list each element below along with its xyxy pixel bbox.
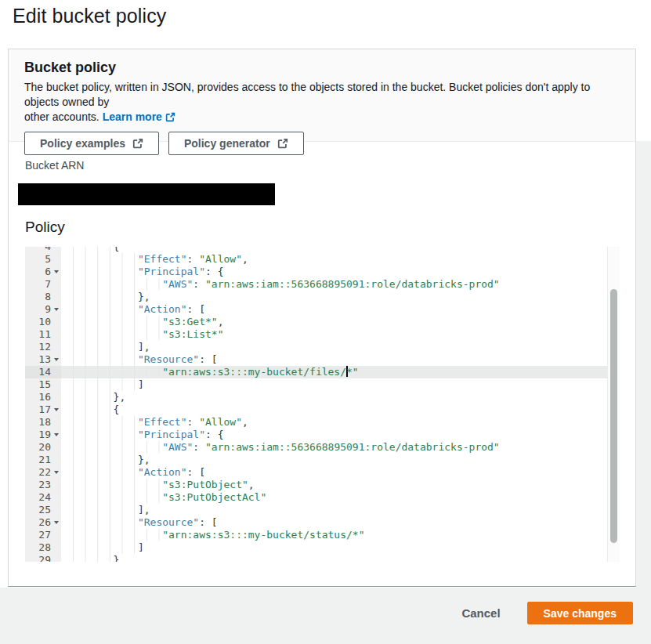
json-key: "AWS" [162, 441, 193, 453]
json-punctuation: : { [205, 266, 223, 277]
code-line-10[interactable]: 10"s3:Get*", [25, 316, 620, 328]
json-punctuation: ] [138, 541, 144, 553]
fold-arrow-icon[interactable] [54, 408, 59, 411]
code-line-6[interactable]: 6"Principal": { [25, 266, 620, 278]
line-number: 27 [25, 529, 61, 541]
code-line-11[interactable]: 11"s3:List*" [25, 328, 620, 341]
json-punctuation: { [114, 247, 120, 252]
json-key: "Effect" [138, 253, 187, 265]
code-line-21[interactable]: 21}, [25, 454, 620, 466]
json-string: *" [346, 366, 359, 378]
panel-description: The bucket policy, written in JSON, prov… [24, 80, 620, 125]
json-string: "s3:List*" [162, 328, 223, 340]
code-line-25[interactable]: 25], [25, 504, 620, 516]
indent-guides [64, 266, 138, 278]
json-punctuation: , [248, 479, 255, 490]
json-string: "arn:aws:s3:::my-bucket/status/*" [162, 529, 364, 541]
line-number[interactable]: 26 [25, 516, 61, 529]
line-number[interactable]: 6 [25, 266, 61, 278]
fold-arrow-icon[interactable] [54, 358, 59, 361]
external-link-icon [132, 138, 143, 149]
json-punctuation: ] [138, 378, 144, 390]
code-line-18[interactable]: 18"Effect": "Allow", [25, 416, 620, 429]
json-punctuation: : [187, 253, 200, 265]
code-line-20[interactable]: 20"AWS": "arn:aws:iam::563668895091:role… [25, 441, 620, 454]
json-string: "Allow" [199, 416, 242, 428]
code-line-28[interactable]: 28] [25, 541, 620, 554]
code-line-17[interactable]: 17{ [25, 403, 620, 416]
indent-guides [64, 291, 138, 303]
json-punctuation: : [ [187, 303, 205, 315]
policy-label: Policy [25, 219, 65, 236]
policy-code-editor[interactable]: 4{5"Effect": "Allow",6"Principal": {7"AW… [25, 247, 620, 562]
indent-guides [64, 429, 138, 441]
fold-arrow-icon[interactable] [54, 270, 59, 273]
bucket-arn-label: Bucket ARN [25, 159, 84, 172]
line-number[interactable]: 19 [25, 429, 61, 441]
json-key: "Principal" [138, 429, 205, 440]
code-line-26[interactable]: 26"Resource": [ [25, 516, 620, 529]
json-punctuation: : [193, 441, 205, 453]
learn-more-link[interactable]: Learn more [103, 110, 175, 125]
line-number[interactable]: 22 [25, 466, 61, 479]
editor-scrollbar-thumb[interactable] [610, 289, 617, 543]
json-punctuation: { [114, 403, 120, 415]
code-line-24[interactable]: 24"s3:PutObjectAcl" [25, 491, 620, 504]
line-number: 18 [25, 416, 61, 429]
json-key: "AWS" [162, 278, 193, 290]
indent-guides [64, 303, 138, 316]
code-line-23[interactable]: 23"s3:PutObject", [25, 479, 620, 491]
line-number: 14 [25, 366, 61, 378]
code-line-27[interactable]: 27"arn:aws:s3:::my-bucket/status/*" [25, 529, 620, 541]
line-number[interactable]: 13 [25, 353, 61, 366]
cancel-button[interactable]: Cancel [458, 602, 503, 624]
json-key: "Effect" [138, 416, 187, 428]
code-line-9[interactable]: 9"Action": [ [25, 303, 620, 316]
indent-guides [64, 441, 162, 454]
save-changes-button[interactable]: Save changes [527, 602, 633, 624]
policy-examples-label: Policy examples [40, 137, 125, 150]
json-key: "Resource" [138, 353, 199, 365]
code-line-16[interactable]: 16}, [25, 391, 620, 403]
code-line-5[interactable]: 5"Effect": "Allow", [25, 253, 620, 266]
indent-guides [64, 504, 138, 516]
policy-generator-button[interactable]: Policy generator [168, 132, 304, 155]
code-line-14[interactable]: 14"arn:aws:s3:::my-bucket/files/*" [25, 366, 620, 378]
indent-guides [64, 247, 114, 253]
line-number: 4 [25, 247, 61, 253]
code-line-13[interactable]: 13"Resource": [ [25, 353, 620, 366]
learn-more-label: Learn more [103, 110, 162, 125]
fold-arrow-icon[interactable] [54, 433, 59, 436]
json-punctuation: : { [205, 429, 223, 440]
line-number: 5 [25, 253, 61, 266]
json-key: "Action" [138, 466, 187, 478]
json-punctuation: : [187, 416, 200, 428]
fold-arrow-icon[interactable] [54, 521, 59, 524]
line-number[interactable]: 9 [25, 303, 61, 316]
code-line-15[interactable]: 15] [25, 378, 620, 391]
json-key: "Action" [138, 303, 187, 315]
code-line-12[interactable]: 12], [25, 341, 620, 353]
code-line-29[interactable]: 29}, [25, 554, 620, 562]
policy-examples-button[interactable]: Policy examples [24, 132, 159, 155]
external-link-icon [165, 112, 175, 122]
code-line-8[interactable]: 8}, [25, 291, 620, 303]
editor-scrollbar[interactable] [607, 247, 620, 562]
description-line-2: other accounts. [24, 110, 99, 123]
description-line-1: The bucket policy, written in JSON, prov… [24, 81, 590, 108]
code-line-7[interactable]: 7"AWS": "arn:aws:iam::563668895091:role/… [25, 278, 620, 291]
fold-arrow-icon[interactable] [54, 308, 59, 311]
json-string: "arn:aws:iam::563668895091:role/databric… [205, 441, 500, 453]
line-number: 12 [25, 341, 61, 353]
indent-guides [64, 316, 162, 328]
code-line-22[interactable]: 22"Action": [ [25, 466, 620, 479]
fold-arrow-icon[interactable] [54, 471, 59, 474]
json-punctuation: : [ [199, 516, 217, 528]
panel-title: Bucket policy [24, 60, 620, 76]
json-punctuation: ], [138, 341, 150, 353]
code-line-19[interactable]: 19"Principal": { [25, 429, 620, 441]
code-line-4[interactable]: 4{ [25, 247, 620, 253]
indent-guides [64, 366, 162, 378]
line-number: 11 [25, 328, 61, 341]
line-number[interactable]: 17 [25, 403, 61, 416]
